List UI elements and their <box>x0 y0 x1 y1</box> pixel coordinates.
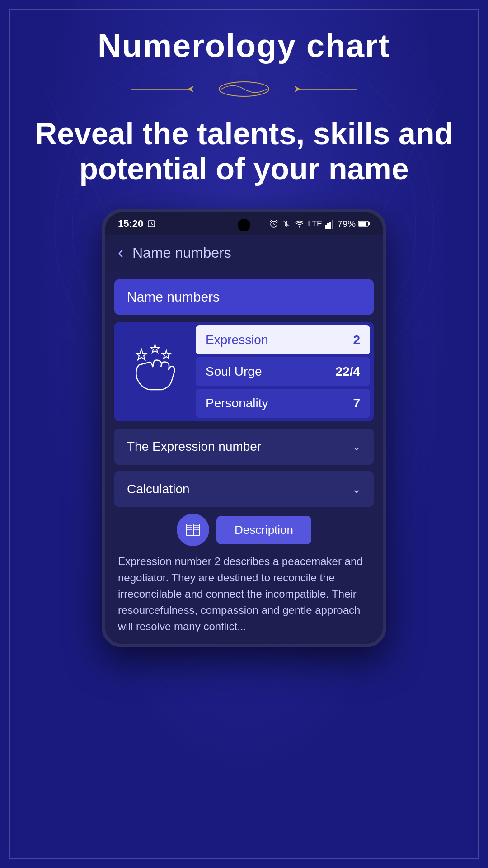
svg-rect-28 <box>368 222 370 225</box>
expression-value: 2 <box>353 333 360 347</box>
soul-urge-row[interactable]: Soul Urge 22/4 <box>196 357 370 386</box>
camera-notch <box>238 219 250 231</box>
phone-navbar: ‹ Name numbers <box>105 235 383 270</box>
description-button[interactable]: Description <box>216 516 311 544</box>
book-icon-button[interactable] <box>177 514 209 546</box>
svg-marker-30 <box>151 344 159 353</box>
svg-line-15 <box>151 224 153 225</box>
personality-label: Personality <box>206 396 268 410</box>
description-text: Expression number 2 describes a peacemak… <box>114 553 374 635</box>
svg-marker-31 <box>162 350 170 359</box>
svg-line-18 <box>274 224 275 225</box>
calculation-accordion[interactable]: Calculation ⌄ <box>114 471 374 507</box>
svg-marker-29 <box>136 349 147 360</box>
svg-rect-23 <box>327 223 329 229</box>
page-title: Numerology chart <box>98 27 390 64</box>
ornamental-divider <box>131 73 357 116</box>
phone-content: Name numbers Ex <box>105 270 383 644</box>
calculation-accordion-label: Calculation <box>127 482 190 496</box>
expression-label: Expression <box>206 333 268 347</box>
soul-urge-value: 22/4 <box>336 364 361 379</box>
battery-icon <box>358 220 370 227</box>
svg-rect-27 <box>359 222 366 226</box>
personality-value: 7 <box>353 396 360 410</box>
book-icon <box>184 521 202 538</box>
chevron-down-icon: ⌄ <box>352 440 361 453</box>
number-rows-list: Expression 2 Soul Urge 22/4 Personality … <box>196 322 374 421</box>
soul-urge-label: Soul Urge <box>206 364 262 379</box>
signal-icon <box>325 219 335 229</box>
svg-line-20 <box>276 220 277 222</box>
svg-rect-24 <box>329 222 331 229</box>
magic-hand-icon-area <box>114 322 196 421</box>
back-button[interactable]: ‹ <box>118 243 123 262</box>
name-numbers-header: Name numbers <box>114 279 374 315</box>
wifi-icon <box>294 219 305 229</box>
status-bar: 15:20 LTE 79% <box>105 212 383 235</box>
chevron-down-icon-2: ⌄ <box>352 483 361 495</box>
mute-icon <box>282 219 291 229</box>
status-icons: LTE 79% <box>269 219 370 229</box>
alarm-icon <box>269 219 279 229</box>
personality-row[interactable]: Personality 7 <box>196 389 370 418</box>
clock-icon <box>147 219 156 228</box>
lte-indicator: LTE <box>308 219 322 229</box>
subtitle: Reveal the talents, skills and potential… <box>18 116 470 186</box>
nav-title: Name numbers <box>132 245 231 261</box>
battery-indicator: 79% <box>338 219 356 229</box>
expression-accordion[interactable]: The Expression number ⌄ <box>114 429 374 465</box>
numbers-card: Expression 2 Soul Urge 22/4 Personality … <box>114 322 374 421</box>
description-buttons: Description <box>177 514 311 546</box>
status-time: 15:20 <box>118 218 156 230</box>
svg-rect-25 <box>332 220 333 229</box>
svg-line-19 <box>270 220 272 222</box>
phone-mockup: 15:20 LTE 79% ‹ Name <box>102 209 386 647</box>
hand-stars-icon <box>126 342 184 401</box>
description-section: Description Expression number 2 describe… <box>114 514 374 635</box>
expression-row[interactable]: Expression 2 <box>196 326 370 354</box>
time-display: 15:20 <box>118 218 143 230</box>
expression-accordion-label: The Expression number <box>127 439 261 454</box>
svg-rect-22 <box>325 225 327 229</box>
